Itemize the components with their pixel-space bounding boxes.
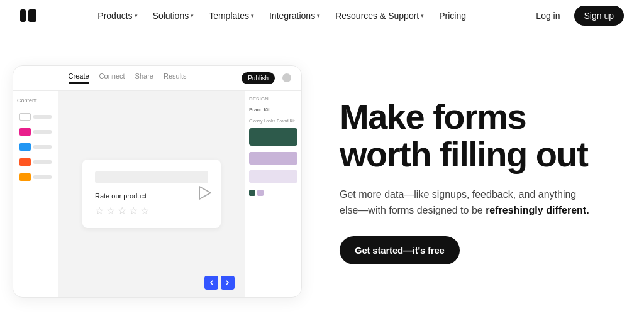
dot-purple[interactable] xyxy=(257,190,264,196)
nav-products[interactable]: Products ▾ xyxy=(91,7,143,24)
brand-name-label: Glossy Looks Brand Kit xyxy=(249,119,297,123)
publish-button[interactable]: Publish xyxy=(242,72,275,84)
mockup-body: Content + xyxy=(13,91,301,297)
nav-resources[interactable]: Resources & Support ▾ xyxy=(329,7,430,24)
tab-share[interactable]: Share xyxy=(135,72,153,84)
dot-green[interactable] xyxy=(249,190,255,196)
navbar: Products ▾ Solutions ▾ Templates ▾ Integ… xyxy=(0,0,644,31)
mockup-tabs: Create Connect Share Results xyxy=(23,72,231,84)
next-button[interactable] xyxy=(221,276,235,290)
logo[interactable] xyxy=(20,9,36,22)
tab-results[interactable]: Results xyxy=(164,72,187,84)
item-line xyxy=(33,160,52,164)
star-3[interactable]: ☆ xyxy=(118,205,126,217)
nav-solutions[interactable]: Solutions ▾ xyxy=(147,7,201,24)
main-section: Create Connect Share Results Publish Con… xyxy=(0,31,644,331)
sidebar-label: Content xyxy=(17,97,37,104)
item-color-amber xyxy=(19,173,31,181)
chevron-down-icon: ▾ xyxy=(251,13,254,19)
form-input-placeholder xyxy=(95,171,208,183)
nav-pricing[interactable]: Pricing xyxy=(433,7,472,24)
mockup-center: Rate our product ☆ ☆ ☆ ☆ ☆ xyxy=(58,91,245,297)
sidebar-header: Content + xyxy=(17,96,54,105)
swatch-dark-green[interactable] xyxy=(249,128,297,146)
status-indicator xyxy=(282,73,291,82)
list-item[interactable] xyxy=(17,111,54,122)
swatch-light-purple[interactable] xyxy=(249,170,297,183)
star-2[interactable]: ☆ xyxy=(106,205,115,217)
color-dots-row xyxy=(249,190,297,196)
brand-kit-label: Brand Kit xyxy=(249,107,297,112)
product-mockup: Create Connect Share Results Publish Con… xyxy=(13,65,302,298)
list-item[interactable] xyxy=(17,126,54,138)
form-question-label: Rate our product xyxy=(95,192,208,200)
mockup-sidebar: Content + xyxy=(13,91,58,297)
list-item[interactable] xyxy=(17,141,54,153)
list-item[interactable] xyxy=(17,171,54,183)
item-color-pink xyxy=(19,128,31,136)
item-color-blue xyxy=(19,143,31,151)
item-line xyxy=(33,115,52,119)
prev-button[interactable] xyxy=(204,276,218,290)
cta-button[interactable]: Get started—it's free xyxy=(340,236,460,264)
item-line xyxy=(33,130,52,134)
design-panel: Design Brand Kit Glossy Looks Brand Kit xyxy=(245,91,301,297)
star-1[interactable]: ☆ xyxy=(95,205,104,217)
tab-create[interactable]: Create xyxy=(69,72,89,84)
chevron-down-icon: ▾ xyxy=(191,13,194,19)
hero-subtitle: Get more data—like signups, feedback, an… xyxy=(340,187,591,219)
nav-templates[interactable]: Templates ▾ xyxy=(203,7,260,24)
hero-title: Make formsworth filling out xyxy=(340,98,606,174)
design-panel-label: Design xyxy=(249,96,297,102)
item-color-white xyxy=(19,113,31,121)
star-5[interactable]: ☆ xyxy=(140,205,149,217)
nav-integrations[interactable]: Integrations ▾ xyxy=(263,7,326,24)
star-4[interactable]: ☆ xyxy=(129,205,138,217)
signup-button[interactable]: Sign up xyxy=(574,6,624,26)
mockup-topbar: Create Connect Share Results Publish xyxy=(13,66,301,91)
hero-section: Make formsworth filling out Get more dat… xyxy=(340,98,606,264)
nav-links: Products ▾ Solutions ▾ Templates ▾ Integ… xyxy=(91,7,472,24)
login-button[interactable]: Log in xyxy=(527,6,569,25)
chevron-down-icon: ▾ xyxy=(135,13,138,19)
nav-actions: Log in Sign up xyxy=(527,6,624,26)
play-icon[interactable] xyxy=(193,183,213,205)
swatch-purple[interactable] xyxy=(249,152,297,165)
chevron-down-icon: ▾ xyxy=(317,13,320,19)
item-color-orange xyxy=(19,158,31,166)
form-navigation xyxy=(204,276,235,290)
star-rating[interactable]: ☆ ☆ ☆ ☆ ☆ xyxy=(95,205,208,217)
tab-connect[interactable]: Connect xyxy=(99,72,125,84)
item-line xyxy=(33,145,52,149)
list-item[interactable] xyxy=(17,156,54,168)
chevron-down-icon: ▾ xyxy=(421,13,424,19)
add-item-icon[interactable]: + xyxy=(50,96,54,105)
item-line xyxy=(33,175,52,179)
